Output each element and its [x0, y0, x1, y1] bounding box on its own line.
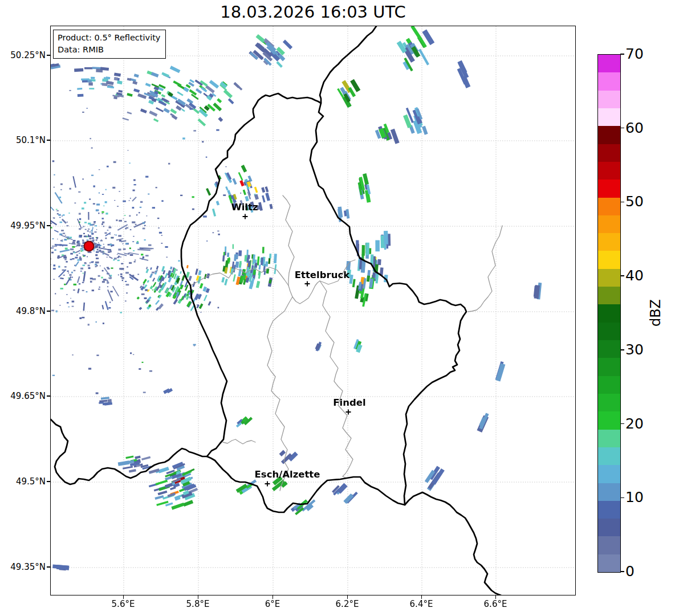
clutter-speckle [103, 323, 104, 324]
colorbar-cell [598, 465, 620, 483]
clutter-speckle [66, 261, 67, 263]
clutter-speckle [64, 258, 66, 260]
radar-echo [173, 299, 178, 304]
colorbar-cell [598, 55, 620, 72]
radar-echo [137, 296, 140, 299]
clutter-speckle [87, 108, 88, 109]
clutter-speckle [68, 278, 69, 279]
clutter-speckle [125, 300, 127, 301]
clutter-speckle [79, 235, 83, 236]
radar-echo [375, 240, 380, 251]
city-label: Ettelbruck [295, 270, 350, 280]
clutter-speckle [58, 214, 60, 216]
clutter-speckle [102, 281, 105, 283]
radar-echo [198, 270, 202, 275]
clutter-speckle [137, 274, 139, 275]
radar-echo [99, 402, 104, 404]
colorbar-cell [598, 108, 620, 126]
radar-echo [233, 244, 234, 249]
y-tick-label: 49.35°N [0, 561, 46, 573]
clutter-speckle [83, 233, 85, 234]
clutter-speckle [159, 232, 162, 234]
clutter-speckle [72, 258, 74, 259]
radar-echo [239, 261, 242, 267]
clutter-speckle [192, 209, 194, 210]
clutter-spoke [72, 176, 76, 187]
clutter-speckle [114, 258, 117, 259]
clutter-speckle [121, 263, 123, 264]
clutter-speckle [82, 178, 84, 180]
clutter-speckle [69, 188, 71, 190]
radar-echo [195, 268, 198, 275]
clutter-speckle [82, 246, 83, 247]
radar-echo [495, 363, 505, 381]
clutter-speckle [176, 270, 177, 271]
city-label: Esch/Alzette [255, 469, 320, 480]
colorbar-tickmark [620, 423, 624, 425]
clutter-speckle [90, 224, 92, 226]
clutter-speckle [72, 246, 75, 248]
clutter-speckle [132, 221, 135, 223]
clutter-speckle [178, 260, 180, 262]
radar-echo [276, 61, 282, 68]
clutter-speckle [83, 255, 84, 256]
clutter-speckle [99, 169, 100, 170]
clutter-speckle [67, 271, 68, 272]
clutter-speckle [90, 278, 93, 279]
clutter-speckle [76, 242, 79, 244]
radar-echo [153, 118, 158, 122]
clutter-speckle [52, 375, 55, 376]
clutter-speckle [52, 238, 54, 239]
clutter-speckle [143, 284, 145, 285]
data-source-line: Data: RMIB [58, 44, 160, 56]
clutter-speckle [68, 307, 70, 307]
radar-echo [233, 274, 235, 282]
clutter-speckle [125, 272, 129, 274]
colorbar-cell [598, 215, 620, 233]
clutter-speckle [79, 236, 80, 238]
clutter-speckle [85, 229, 87, 230]
radar-echo [254, 194, 259, 200]
clutter-spoke [121, 240, 127, 242]
colorbar-cell [598, 180, 620, 197]
clutter-speckle [107, 268, 109, 269]
clutter-speckle [125, 281, 127, 282]
radar-echo [234, 83, 243, 91]
clutter-speckle [145, 176, 148, 178]
city-marker [305, 282, 310, 287]
clutter-speckle [70, 253, 73, 255]
radar-echo [150, 285, 153, 289]
clutter-speckle [103, 226, 105, 227]
clutter-speckle [129, 247, 131, 249]
radar-map: WiltzEttelbruckFindelEsch/Alzette [51, 26, 576, 595]
y-tick-label: 49.95°N [0, 220, 46, 231]
clutter-spoke [140, 258, 149, 261]
clutter-speckle [119, 268, 123, 270]
clutter-speckle [79, 256, 81, 258]
clutter-spoke [77, 276, 80, 283]
colorbar-cell [598, 72, 620, 90]
colorbar-cell [598, 269, 620, 287]
clutter-speckle [84, 202, 86, 203]
colorbar-cell [598, 501, 620, 519]
colorbar-cell [598, 144, 620, 162]
radar-echo [224, 279, 227, 285]
colorbar-tickmark [620, 128, 624, 129]
clutter-speckle [132, 207, 135, 209]
clutter-speckle [93, 222, 96, 223]
radar-echo [145, 83, 151, 87]
clutter-speckle [71, 277, 73, 278]
x-tick-label: 6.2°E [324, 599, 370, 609]
clutter-speckle [91, 240, 92, 242]
clutter-speckle [109, 244, 112, 245]
clutter-speckle [76, 254, 78, 256]
clutter-speckle [147, 215, 148, 217]
radar-echo [78, 94, 84, 97]
clutter-speckle [66, 225, 68, 226]
radar-echo [367, 275, 370, 282]
radar-echo [186, 265, 189, 268]
clutter-speckle [102, 194, 104, 195]
clutter-spoke [55, 192, 63, 204]
radar-echo [132, 81, 137, 85]
clutter-speckle [63, 214, 65, 215]
